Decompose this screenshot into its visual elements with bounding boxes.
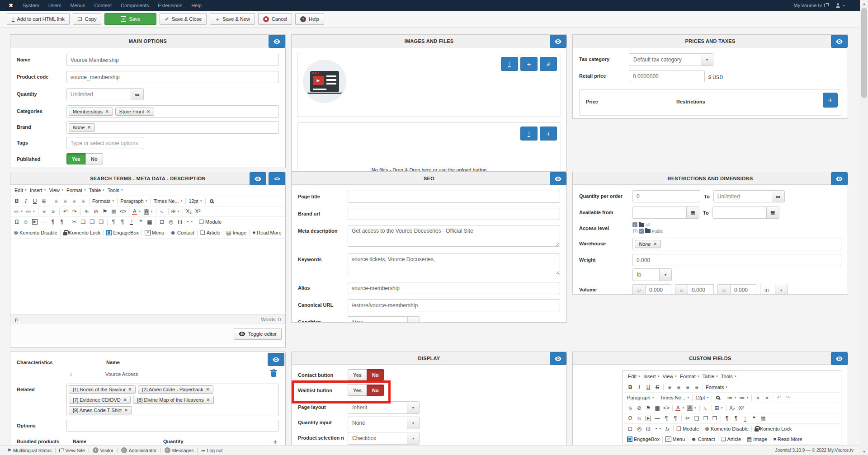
available-from-input[interactable] xyxy=(632,206,687,219)
product-selection-select[interactable]: Checkbox ▼ xyxy=(348,432,420,445)
options-input[interactable] xyxy=(66,420,279,432)
chip[interactable]: Memberships✖ xyxy=(69,108,113,116)
source-code-icon[interactable]: <> xyxy=(118,207,127,216)
multilingual-status-button[interactable]: ⚑ Multilingual Status xyxy=(4,448,55,453)
menu-table[interactable]: Table▼ xyxy=(88,186,106,195)
menubar-item-components[interactable]: Components xyxy=(116,3,153,8)
preview-icon[interactable]: ◎ xyxy=(166,217,175,226)
save-new-button[interactable]: ＋ Save & New xyxy=(210,13,255,25)
insert-datetime-icon[interactable]: ◔▼ xyxy=(184,217,194,226)
weight-input[interactable] xyxy=(632,254,841,266)
unlink-icon[interactable]: ⊘ xyxy=(635,403,644,413)
menubar-item-users[interactable]: Users xyxy=(44,3,66,8)
bold-icon[interactable]: B xyxy=(12,197,21,206)
published-no-button[interactable]: No xyxy=(85,153,103,164)
chip-remove-icon[interactable]: ✖ xyxy=(105,109,109,114)
font-select[interactable]: Times Ne...▼ xyxy=(659,393,691,402)
undo-icon[interactable]: ↶ xyxy=(61,207,70,216)
waitlist-yes-button[interactable]: Yes xyxy=(348,385,367,396)
emoticons-icon[interactable]: ☺ xyxy=(635,414,644,423)
text-color-icon[interactable]: A▼ xyxy=(674,403,686,413)
toggle-panel-eye-button[interactable] xyxy=(831,352,848,365)
italic-icon[interactable]: I xyxy=(635,383,644,392)
upload-icon[interactable]: ↑ xyxy=(127,217,136,226)
menu-edit[interactable]: Edit▼ xyxy=(627,372,642,381)
align-left-icon[interactable]: ≡ xyxy=(665,383,674,392)
article-button[interactable]: ❏Article xyxy=(199,228,222,237)
block-select[interactable]: Paragraph▼ xyxy=(626,393,656,402)
indent-icon[interactable]: » xyxy=(49,207,58,216)
contact-insert-button[interactable]: ☻Contact xyxy=(169,228,196,237)
outdent-icon[interactable]: « xyxy=(40,207,49,216)
template-icon[interactable]: ▦ xyxy=(145,217,154,226)
categories-chipbox[interactable]: Memberships✖Store Front✖ xyxy=(66,105,279,118)
keywords-input[interactable]: vource tickets, Vource Docuseries, xyxy=(348,253,560,275)
toggle-panel-eye-button[interactable] xyxy=(268,353,284,366)
delete-characteristic-icon[interactable] xyxy=(271,371,276,377)
brand-url-input[interactable] xyxy=(348,208,560,220)
retail-price-input[interactable] xyxy=(629,70,705,82)
read-more-button[interactable]: ♥Read More xyxy=(251,228,283,237)
show-invisibles-icon[interactable]: ¶ xyxy=(118,217,127,226)
published-yes-button[interactable]: Yes xyxy=(66,153,86,164)
upload-icon[interactable]: ↑ xyxy=(741,414,750,423)
infinity-button[interactable]: ∞ xyxy=(131,88,144,100)
page-scrollbar[interactable]: ▲ ▼ xyxy=(860,0,868,455)
calendar-icon[interactable]: ▦ xyxy=(686,206,699,219)
horizontal-rule-icon[interactable]: — xyxy=(39,217,48,226)
toggle-panel-eye-button[interactable] xyxy=(550,35,566,48)
logout-link[interactable]: ▬ Log out xyxy=(198,448,226,453)
view-site-link[interactable]: View Site xyxy=(56,448,89,453)
outdent-icon[interactable]: « xyxy=(753,393,762,402)
blockquote-icon[interactable]: ❝ xyxy=(136,217,145,226)
chip[interactable]: [8] Divine Map of the Heavens✖ xyxy=(133,396,214,404)
save-button[interactable]: ✔ Save xyxy=(104,13,156,25)
anchor-icon[interactable]: ⚑ xyxy=(644,403,653,413)
indent-icon[interactable]: » xyxy=(762,393,771,402)
clear-formatting-icon[interactable]: Ix xyxy=(663,424,672,433)
product-thumbnail[interactable]: ▶ xyxy=(303,60,346,103)
chip[interactable]: None✖ xyxy=(69,123,95,131)
print-icon[interactable]: ⊟ xyxy=(626,424,635,433)
page-title-input[interactable] xyxy=(348,191,560,203)
highlight-color-icon[interactable]: A▼ xyxy=(686,403,698,413)
messages-link[interactable]: 0 Messages xyxy=(161,447,198,453)
calendar-icon[interactable]: ▦ xyxy=(766,206,779,219)
meta-description-input[interactable]: Get access to the Vource Docuseries - Of… xyxy=(348,225,560,247)
volume-width-input[interactable] xyxy=(688,284,714,295)
search-replace-icon[interactable] xyxy=(207,197,216,206)
weight-unit-select[interactable]: lb ▼ xyxy=(632,268,672,281)
link-icon[interactable]: ∞ xyxy=(626,403,635,413)
align-center-icon[interactable]: ≡ xyxy=(61,197,70,206)
alias-input[interactable] xyxy=(348,282,560,294)
module-button[interactable]: ❒Module xyxy=(675,424,700,433)
show-invisibles-icon[interactable]: ¶ xyxy=(731,414,741,423)
chip[interactable]: [2] Amen Code - Paperback✖ xyxy=(138,385,213,394)
toggle-panel-eye-button[interactable] xyxy=(250,172,266,185)
formats-button[interactable]: Formats▼ xyxy=(704,383,729,392)
quantity-input[interactable] xyxy=(66,88,131,100)
name-input[interactable] xyxy=(66,54,279,66)
link-icon[interactable]: ∞ xyxy=(82,207,91,216)
tags-input[interactable] xyxy=(66,137,144,149)
komento-disable-button[interactable]: ⊗Komento Disable xyxy=(703,424,750,433)
image-url-button[interactable]: ∞ xyxy=(540,57,557,71)
bullet-list-icon[interactable]: ≔▼ xyxy=(12,207,24,216)
code-sample-icon[interactable]: {;} xyxy=(644,424,653,433)
upload-file-button[interactable]: ↑ xyxy=(520,127,538,141)
show-blocks-icon[interactable]: ¶ xyxy=(722,414,731,423)
bullet-list-icon[interactable]: ≔▼ xyxy=(726,393,738,402)
add-price-button[interactable]: + xyxy=(823,93,838,108)
chip-remove-icon[interactable]: ✖ xyxy=(653,242,657,246)
menu-edit[interactable]: Edit▼ xyxy=(13,186,28,195)
unlink-icon[interactable]: ⊘ xyxy=(91,207,100,216)
menubar-item-menus[interactable]: Menus xyxy=(66,3,90,8)
align-justify-icon[interactable]: ≡ xyxy=(692,383,701,392)
rtl-icon[interactable]: ¶ xyxy=(57,217,66,226)
menubar-item-system[interactable]: System xyxy=(18,3,44,8)
warehouse-chipbox[interactable]: None✖ xyxy=(632,238,841,250)
menu-tools[interactable]: Tools▼ xyxy=(106,186,125,195)
ltr-icon[interactable]: ¶ xyxy=(48,217,57,226)
bold-icon[interactable]: B xyxy=(626,383,635,392)
chip-remove-icon[interactable]: ✖ xyxy=(128,387,132,392)
